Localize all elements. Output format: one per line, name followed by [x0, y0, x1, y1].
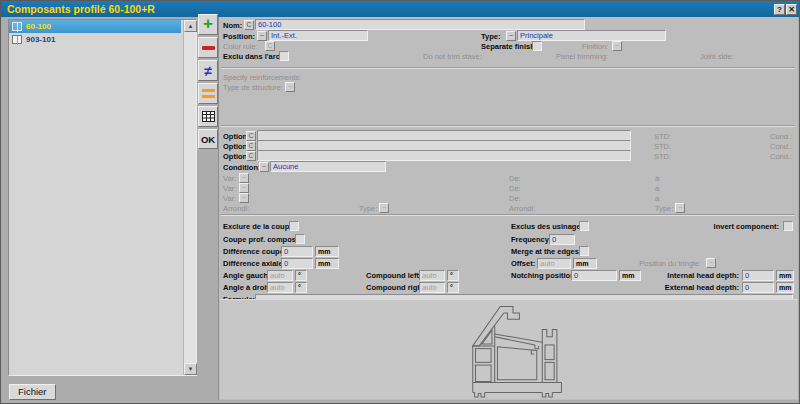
diff-coupe-field[interactable]: 0: [281, 246, 313, 257]
separate-finish-label: Separate finish:: [481, 42, 537, 51]
notching-field[interactable]: 0: [571, 270, 617, 281]
coupe-prof-label: Coupe prof. composé:: [223, 235, 303, 244]
dialog-window: Composants profilé 60-100+R ? ✕ 60-100 9…: [0, 0, 800, 404]
option-code-button[interactable]: C: [246, 151, 256, 161]
component-form: Nom: C 60-100 Position: ~ Int.-Ext. Type…: [218, 17, 798, 400]
tringle-label: Position du tringle:: [619, 259, 701, 268]
compound-right-unit: °: [447, 282, 459, 293]
list-scrollbar[interactable]: ▲ ▼: [183, 20, 196, 375]
ok-button[interactable]: OK: [198, 129, 218, 149]
notching-label: Notching position:: [511, 271, 577, 280]
std-label: STD:: [654, 142, 671, 151]
merge-edges-checkbox[interactable]: [579, 246, 589, 256]
arrondi-label: Arrondi:: [223, 204, 249, 213]
table-icon: [202, 111, 215, 122]
profile-preview-panel: [220, 299, 798, 399]
nom-label: Nom:: [223, 21, 242, 30]
internal-head-field[interactable]: 0: [742, 270, 774, 281]
swap-button[interactable]: ≠: [198, 60, 218, 81]
position-dropdown[interactable]: ~: [257, 31, 267, 41]
condition-dropdown[interactable]: ~: [259, 162, 269, 172]
align-button[interactable]: [198, 83, 218, 104]
de-label: De:: [509, 194, 521, 203]
list-item-label: 60-100: [26, 22, 51, 31]
plus-icon: +: [203, 15, 213, 32]
compound-left-label: Compound left:: [366, 271, 421, 280]
type-structure-dropdown: ~: [285, 82, 295, 92]
specify-reinforcements-label: Specify reinforcements:: [223, 73, 301, 82]
arrondi-label: Arrondi:: [509, 204, 535, 213]
exclu-arc-label: Exclu dans l'arc:: [223, 52, 282, 61]
finition-label: Finition:: [582, 42, 608, 51]
finition-dropdown: ~: [612, 41, 622, 51]
section-divider: [221, 125, 795, 127]
nom-code-button[interactable]: C: [244, 20, 254, 30]
type-dropdown[interactable]: ~: [506, 31, 516, 41]
orange-equals-icon: [202, 89, 215, 99]
var-dropdown: ~: [239, 183, 249, 193]
type-label: Type:: [481, 32, 500, 41]
exclu-arc-checkbox[interactable]: [279, 51, 289, 61]
compound-left-field[interactable]: auto: [419, 270, 445, 281]
exclure-coupe-checkbox[interactable]: [289, 221, 299, 231]
arrondi-type-label: Type:: [655, 204, 673, 213]
option-code-button[interactable]: C: [246, 131, 256, 141]
angle-droite-unit: °: [295, 282, 307, 293]
list-item-903-101[interactable]: 903-101: [9, 33, 181, 46]
offset-field[interactable]: auto: [537, 258, 571, 269]
internal-head-label: Internal head depth:: [649, 271, 739, 280]
help-button[interactable]: ?: [774, 4, 785, 15]
compound-right-field[interactable]: auto: [419, 282, 445, 293]
position-label: Position:: [223, 32, 255, 41]
diff-axiale-field[interactable]: 0: [281, 258, 313, 269]
coupe-prof-checkbox[interactable]: [295, 234, 305, 244]
type-structure-label: Type de structure:: [223, 83, 283, 92]
frequency-field[interactable]: 0: [549, 234, 575, 245]
separate-finish-checkbox[interactable]: [532, 41, 542, 51]
file-menu[interactable]: Fichier: [9, 384, 56, 400]
var-label: Var:: [223, 174, 236, 183]
remove-button[interactable]: [198, 37, 218, 58]
a-label: à:: [655, 174, 661, 183]
not-equal-icon: ≠: [204, 64, 212, 78]
exclus-usinages-checkbox[interactable]: [579, 221, 589, 231]
type-field[interactable]: Principale: [517, 30, 666, 41]
offset-unit: mm: [573, 258, 597, 269]
do-not-trim-label: Do not trim stave:: [423, 52, 482, 61]
compound-left-unit: °: [447, 270, 459, 281]
option-code-button[interactable]: C: [246, 141, 256, 151]
invert-component-checkbox[interactable]: [783, 221, 793, 231]
arrondi-type-dropdown: ~: [675, 203, 685, 213]
offset-label: Offset:: [511, 259, 535, 268]
angle-gauche-field[interactable]: auto: [267, 270, 293, 281]
external-head-field[interactable]: 0: [742, 282, 774, 293]
close-button[interactable]: ✕: [786, 4, 797, 15]
scroll-up-icon[interactable]: ▲: [184, 20, 197, 32]
scroll-down-icon[interactable]: ▼: [184, 363, 197, 375]
color-rule-code-button: C: [265, 41, 275, 51]
list-item-60-100[interactable]: 60-100: [9, 20, 181, 33]
add-button[interactable]: +: [198, 14, 218, 35]
condition-field[interactable]: Aucune: [270, 161, 386, 172]
position-field[interactable]: Int.-Ext.: [268, 30, 368, 41]
diff-coupe-unit: mm: [315, 246, 339, 257]
a-label: à:: [655, 184, 661, 193]
exclure-coupe-label: Exclure de la coupe:: [223, 222, 296, 231]
option-field-3[interactable]: [257, 150, 631, 161]
arrondi-type-label: Type:: [359, 204, 377, 213]
section-divider: [221, 67, 795, 69]
profile-icon: [12, 35, 22, 44]
nom-field[interactable]: 60-100: [255, 19, 585, 30]
cond-label: Cond.:: [770, 142, 792, 151]
angle-droite-field[interactable]: auto: [267, 282, 293, 293]
list-item-label: 903-101: [26, 35, 55, 44]
grid-button[interactable]: [198, 106, 218, 127]
var-dropdown: ~: [239, 193, 249, 203]
joint-side-label: Joint side:: [700, 52, 734, 61]
arrondi-type-dropdown: ~: [379, 203, 389, 213]
profile-cross-section-drawing: [453, 302, 573, 398]
notching-unit: mm: [619, 270, 641, 281]
cond-label: Cond.:: [770, 152, 792, 161]
diff-axiale-unit: mm: [315, 258, 339, 269]
window-title: Composants profilé 60-100+R: [7, 3, 155, 15]
